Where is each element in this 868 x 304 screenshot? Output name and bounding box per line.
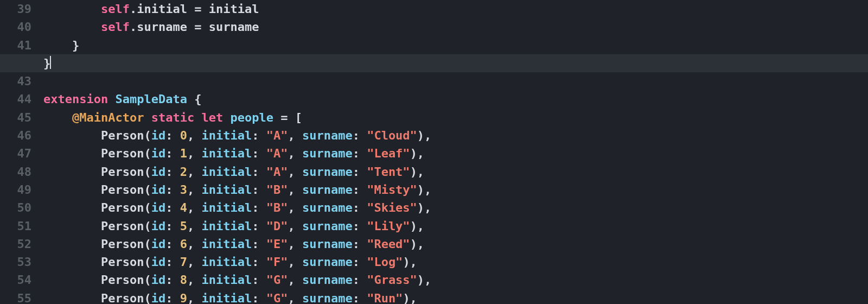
colon: : (252, 273, 266, 287)
arg-label-surname: surname (302, 165, 353, 179)
line-number-gutter: 3940414243444546474849505152535455 (0, 0, 37, 304)
string-literal: "Log" (367, 255, 403, 269)
colon: : (252, 292, 266, 304)
code-line[interactable]: } (37, 54, 868, 72)
text-cursor (50, 56, 51, 69)
comma: , (288, 219, 302, 233)
colon: : (252, 183, 266, 197)
code-line[interactable]: @MainActor static let people = [ (37, 109, 868, 126)
comma: , (187, 255, 202, 269)
line-number: 41 (0, 36, 31, 54)
rparen-comma: ), (403, 292, 417, 304)
rparen-comma: ), (410, 237, 425, 251)
arg-label-surname: surname (302, 255, 353, 269)
arg-label-initial: initial (201, 129, 252, 142)
number-literal: 7 (180, 255, 187, 269)
arg-label-id: id (151, 183, 166, 197)
colon: : (165, 165, 180, 179)
colon: : (353, 201, 367, 214)
number-literal: 8 (180, 273, 187, 287)
arg-label-surname: surname (302, 147, 353, 160)
attribute-mainactor: @MainActor (72, 111, 144, 124)
number-literal: 1 (180, 147, 187, 160)
code-line[interactable]: Person(id: 7, initial: "F", surname: "Lo… (37, 253, 868, 271)
colon: : (252, 219, 266, 233)
line-number: 48 (0, 163, 31, 181)
arg-label-surname: surname (302, 273, 353, 287)
arg-label-surname: surname (302, 201, 353, 214)
number-literal: 3 (180, 183, 187, 197)
arg-label-initial: initial (201, 273, 252, 287)
type-person: Person (101, 129, 144, 142)
arg-label-id: id (151, 219, 166, 233)
arg-label-surname: surname (302, 219, 353, 233)
rparen-comma: ), (417, 273, 432, 287)
arg-label-id: id (151, 237, 166, 251)
line-number: 40 (0, 18, 31, 36)
arg-label-id: id (151, 165, 166, 179)
code-line[interactable]: Person(id: 0, initial: "A", surname: "Cl… (37, 126, 868, 144)
code-line[interactable]: Person(id: 9, initial: "G", surname: "Ru… (37, 289, 868, 304)
type-person: Person (101, 147, 144, 160)
comma: , (288, 292, 302, 304)
code-line[interactable]: } (37, 36, 868, 54)
comma: , (288, 165, 302, 179)
colon: : (165, 273, 180, 287)
rparen-comma: ), (403, 255, 417, 269)
colon: : (252, 255, 266, 269)
line-number: 51 (0, 217, 31, 235)
number-literal: 6 (180, 237, 187, 251)
arg-label-initial: initial (201, 147, 252, 160)
colon: : (252, 165, 266, 179)
code-line[interactable] (37, 72, 868, 90)
string-literal: "B" (266, 183, 288, 197)
string-literal: "Skies" (367, 201, 417, 214)
code-line[interactable]: self.initial = initial (37, 0, 868, 18)
rparen-comma: ), (417, 183, 432, 197)
code-line[interactable]: Person(id: 1, initial: "A", surname: "Le… (37, 144, 868, 162)
colon: : (165, 292, 180, 304)
code-line[interactable]: Person(id: 4, initial: "B", surname: "Sk… (37, 199, 868, 217)
keyword-self: self (101, 20, 130, 34)
comma: , (288, 129, 302, 142)
colon: : (252, 129, 266, 142)
code-area[interactable]: self.initial = initial self.surname = su… (37, 0, 868, 304)
type-person: Person (101, 219, 144, 233)
code-line[interactable]: Person(id: 6, initial: "E", surname: "Re… (37, 235, 868, 253)
dot: . (130, 20, 137, 34)
colon: : (353, 129, 367, 142)
keyword-let: let (201, 111, 223, 124)
line-number: 49 (0, 181, 31, 199)
property-initial: initial (137, 2, 187, 16)
type-person: Person (101, 165, 144, 179)
comma: , (187, 147, 202, 160)
line-number: 46 (0, 126, 31, 144)
comma: , (288, 183, 302, 197)
string-literal: "Run" (367, 292, 403, 304)
keyword-static: static (151, 111, 194, 124)
type-person: Person (101, 292, 144, 304)
code-line[interactable]: self.surname = surname (37, 18, 868, 36)
string-literal: "Tent" (367, 165, 410, 179)
code-line[interactable]: Person(id: 3, initial: "B", surname: "Mi… (37, 181, 868, 199)
dot: . (130, 2, 137, 16)
vertical-scrollbar[interactable] (859, 0, 867, 304)
comma: , (187, 129, 202, 142)
string-literal: "Lily" (367, 219, 410, 233)
arg-label-initial: initial (201, 237, 252, 251)
rparen-comma: ), (410, 147, 425, 160)
string-literal: "A" (266, 129, 288, 142)
rparen-comma: ), (410, 219, 425, 233)
colon: : (252, 237, 266, 251)
type-sampledata: SampleData (115, 92, 187, 106)
code-editor[interactable]: 3940414243444546474849505152535455 self.… (0, 0, 868, 304)
code-line[interactable]: Person(id: 5, initial: "D", surname: "Li… (37, 217, 868, 235)
code-line[interactable]: Person(id: 2, initial: "A", surname: "Te… (37, 163, 868, 181)
code-line[interactable]: Person(id: 8, initial: "G", surname: "Gr… (37, 271, 868, 289)
code-line[interactable]: extension SampleData { (37, 90, 868, 108)
line-number: 47 (0, 144, 31, 162)
colon: : (353, 165, 367, 179)
line-number: 43 (0, 72, 31, 90)
line-number: 50 (0, 199, 31, 217)
line-number: 39 (0, 0, 31, 18)
